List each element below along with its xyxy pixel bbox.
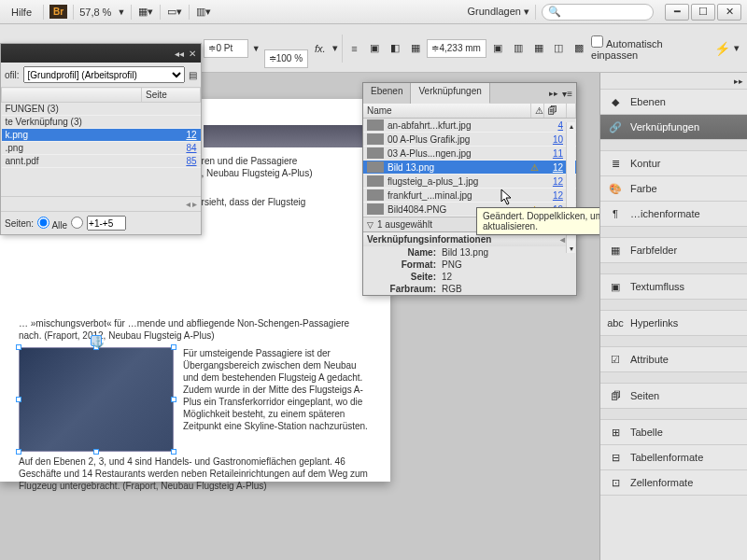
fit3-icon[interactable]: ▦	[530, 40, 547, 57]
profile-select[interactable]: [Grundprofil] (Arbeitsprofil)	[23, 66, 185, 83]
next-icon[interactable]: ▸	[192, 199, 197, 209]
dock-collapse-icon[interactable]: ▸▸	[734, 77, 743, 86]
panel-tile-stroke[interactable]: ≣Kontur	[600, 151, 747, 176]
panel-tile-color[interactable]: 🎨Farbe	[600, 176, 747, 202]
panel-options-icon[interactable]: ▤	[189, 70, 197, 80]
maximize-button[interactable]: ☐	[691, 4, 715, 21]
selected-count: 1 ausgewählt	[377, 219, 432, 230]
align-left-icon[interactable]: ≡	[346, 40, 363, 57]
preflight-row[interactable]: .png84	[2, 142, 201, 155]
panel-tile-link[interactable]: 🔗Verknüpfungen	[600, 115, 747, 140]
help-menu[interactable]: Hilfe	[6, 4, 37, 21]
zoom-level[interactable]: 57,8 %	[79, 7, 111, 18]
panel-tile-attr[interactable]: ☑Attribute	[600, 347, 747, 372]
panel-tile-pages[interactable]: 🗐Seiten	[600, 384, 747, 409]
link-info-title: Verknüpfungsinformationen	[367, 234, 491, 245]
menu-bar: Hilfe Br 57,8 %▼ ▦▾ ▭▾ ▥▾ Grundlagen ▾ 🔍…	[0, 0, 747, 24]
mm-field[interactable]: ≑ 4,233 mm	[427, 39, 486, 58]
links-col-name[interactable]: Name	[363, 104, 531, 118]
search-input[interactable]: 🔍	[542, 4, 654, 21]
wrap-icon[interactable]: ▣	[366, 40, 383, 57]
panel-menu-icon[interactable]: ▾≡	[562, 89, 572, 99]
preflight-row[interactable]: k.png12	[2, 129, 201, 142]
wrap-icon: ▣	[608, 280, 623, 293]
panel-tile-hyper[interactable]: abcHyperlinks	[600, 311, 747, 336]
para-icon: ¶	[608, 207, 623, 220]
panel-tile-table[interactable]: ⊞Tabelle	[600, 420, 747, 445]
body-text: … »mischungsverbot« für …mende und abfli…	[19, 317, 372, 342]
hyper-icon: abc	[608, 316, 623, 329]
panel-tile-wrap[interactable]: ▣Textumfluss	[600, 274, 747, 300]
attr-icon: ☑	[608, 353, 623, 366]
link-row[interactable]: 03 A-Plus...ngen.jpg11	[363, 147, 576, 161]
body-text: eren und die Passagiere	[196, 155, 364, 167]
pages-range-radio[interactable]	[71, 217, 83, 231]
frame-fit-icon[interactable]: ▦	[407, 40, 424, 57]
prev-icon[interactable]: ◂	[186, 199, 190, 209]
link-row[interactable]: flugsteig_a-plus_1.jpg12	[363, 175, 576, 189]
tab-links[interactable]: Verknüpfungen	[411, 83, 489, 104]
link-row[interactable]: frankfurt_...minal.jpg12	[363, 189, 576, 203]
anchor-icon[interactable]: ⚓	[91, 335, 102, 346]
panel-tile-tfmt[interactable]: ⊟Tabellenformate	[600, 445, 747, 470]
collapse-icon[interactable]: ▸▸	[549, 89, 558, 98]
col-page[interactable]: Seite	[142, 88, 201, 103]
preflight-row[interactable]: annt.pdf85	[2, 155, 201, 168]
link-row[interactable]: an-abfahrt...kfurt.jpg4	[363, 119, 576, 133]
thumbnail-icon	[367, 189, 384, 201]
color-icon: 🎨	[608, 182, 623, 195]
bolt-icon[interactable]: ⚡	[713, 40, 730, 57]
links-panel: Ebenen Verknüpfungen ▸▸ ▾≡ Name ⚠ 🗐 an-a…	[362, 82, 577, 296]
scale-field[interactable]: ≑ 100 %	[264, 49, 308, 68]
corner-icon[interactable]: ◧	[387, 40, 403, 57]
stroke-icon: ≣	[608, 157, 623, 170]
fx-icon[interactable]: fx.	[312, 40, 329, 57]
pages-range-field[interactable]	[87, 216, 126, 231]
right-panel-dock: ▸▸ ◆Ebenen🔗Verknüpfungen≣Kontur🎨Farbe¶…i…	[599, 73, 747, 560]
workspace-switcher[interactable]: Grundlagen ▾	[467, 6, 529, 18]
link-row[interactable]: Bild 13.png⚠12	[363, 161, 576, 175]
panel-tile-layers[interactable]: ◆Ebenen	[600, 90, 747, 115]
preflight-row[interactable]: FUNGEN (3)	[2, 103, 201, 116]
fit2-icon[interactable]: ▥	[510, 40, 527, 57]
preflight-table: Seite FUNGEN (3)te Verknüpfung (3)k.png1…	[1, 87, 201, 168]
panel-header[interactable]: ◂◂ ✕	[1, 44, 201, 63]
cfmt-icon: ⊡	[608, 476, 623, 489]
thumbnail-icon	[367, 119, 384, 131]
collapse-icon[interactable]: ◂◂	[175, 49, 184, 59]
link-row[interactable]: 00 A-Plus Grafik.jpg10	[363, 133, 576, 147]
panel-tile-swatch[interactable]: ▦Farbfelder	[600, 238, 747, 263]
link-info-row: Farbraum:RGB	[363, 283, 576, 295]
table-icon: ⊞	[608, 426, 623, 439]
panel-tile-para[interactable]: ¶…ichenformate	[600, 202, 747, 227]
fit5-icon[interactable]: ▩	[571, 40, 587, 57]
thumbnail-icon	[367, 147, 384, 159]
body-text: Auf den Ebenen 2, 3, und 4 sind Handels-…	[19, 455, 372, 492]
page-col-icon[interactable]: 🗐	[544, 104, 567, 118]
link-info-row: Name:Bild 13.png	[363, 246, 576, 259]
view-options-icon[interactable]: ▦▾	[137, 4, 154, 21]
minimize-button[interactable]: ━	[665, 4, 689, 21]
layers-icon: ◆	[608, 95, 623, 108]
close-icon[interactable]: ✕	[188, 49, 197, 59]
close-button[interactable]: ✕	[717, 4, 741, 21]
warning-col-icon[interactable]: ⚠	[531, 104, 544, 118]
body-text: 2, Neubau Flugsteig A-Plus)	[196, 167, 364, 179]
screen-mode-icon[interactable]: ▭▾	[166, 4, 183, 21]
arrange-icon[interactable]: ▥▾	[195, 4, 212, 21]
preflight-row[interactable]: te Verknüpfung (3)	[2, 116, 201, 129]
bridge-icon[interactable]: Br	[49, 5, 67, 19]
thumbnail-icon	[367, 203, 384, 215]
stroke-weight-field[interactable]: ≑ 0 Pt	[204, 39, 247, 58]
auto-fit-checkbox[interactable]: Automatisch einpassen	[591, 35, 710, 61]
fit1-icon[interactable]: ▣	[490, 40, 507, 57]
panel-tile-cfmt[interactable]: ⊡Zellenformate	[600, 470, 747, 496]
link-info-row: Seite:12	[363, 271, 576, 283]
info-prev-icon[interactable]: ◂	[560, 234, 565, 245]
tab-layers[interactable]: Ebenen	[363, 83, 411, 104]
placed-image[interactable]	[204, 125, 362, 147]
selected-image-frame[interactable]: ⚓	[19, 347, 174, 452]
pages-all-radio[interactable]: Alle	[37, 217, 67, 231]
col-name[interactable]	[2, 88, 142, 103]
fit4-icon[interactable]: ◫	[551, 40, 568, 57]
